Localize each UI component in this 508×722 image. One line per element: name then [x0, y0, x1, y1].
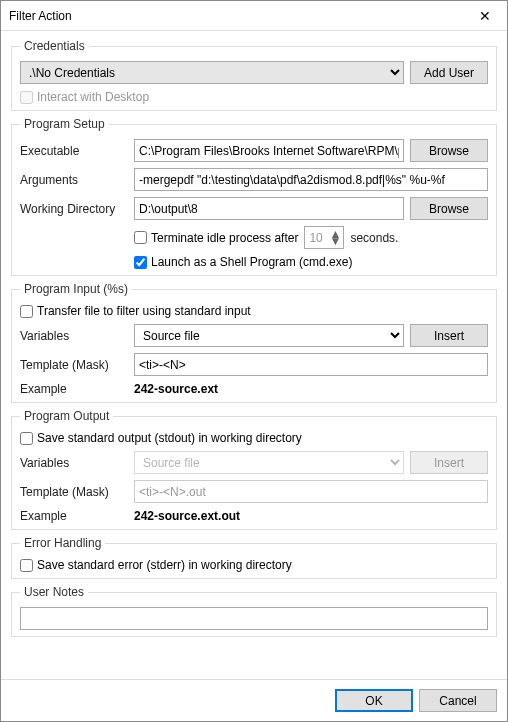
- output-variables-label: Variables: [20, 456, 128, 470]
- working-dir-label: Working Directory: [20, 202, 128, 216]
- titlebar: Filter Action ✕: [1, 1, 507, 31]
- save-stderr-checkbox[interactable]: Save standard error (stderr) in working …: [20, 558, 292, 572]
- input-template-label: Template (Mask): [20, 358, 128, 372]
- arguments-input[interactable]: [134, 168, 488, 191]
- add-user-button[interactable]: Add User: [410, 61, 488, 84]
- arguments-label: Arguments: [20, 173, 128, 187]
- credentials-legend: Credentials: [20, 39, 89, 53]
- save-stdout-label: Save standard output (stdout) in working…: [37, 431, 302, 445]
- program-input-legend: Program Input (%s): [20, 282, 132, 296]
- program-output-legend: Program Output: [20, 409, 113, 423]
- terminate-checkbox-input[interactable]: [134, 231, 147, 244]
- dialog-content: Credentials .\No Credentials Add User In…: [1, 31, 507, 679]
- input-variables-label: Variables: [20, 329, 128, 343]
- seconds-label: seconds.: [350, 231, 398, 245]
- output-template-input: [134, 480, 488, 503]
- terminate-label: Terminate idle process after: [151, 231, 298, 245]
- program-setup-legend: Program Setup: [20, 117, 109, 131]
- user-notes-legend: User Notes: [20, 585, 88, 599]
- interact-desktop-checkbox: Interact with Desktop: [20, 90, 149, 104]
- program-setup-group: Program Setup Executable Browse Argument…: [11, 117, 497, 276]
- cancel-button[interactable]: Cancel: [419, 689, 497, 712]
- program-output-group: Program Output Save standard output (std…: [11, 409, 497, 530]
- launch-shell-checkbox[interactable]: Launch as a Shell Program (cmd.exe): [134, 255, 352, 269]
- save-stdout-input[interactable]: [20, 432, 33, 445]
- save-stderr-input[interactable]: [20, 559, 33, 572]
- transfer-file-input[interactable]: [20, 305, 33, 318]
- window-title: Filter Action: [9, 9, 462, 23]
- executable-browse-button[interactable]: Browse: [410, 139, 488, 162]
- output-template-label: Template (Mask): [20, 485, 128, 499]
- input-template-input[interactable]: [134, 353, 488, 376]
- output-variables-select: Source file: [134, 451, 404, 474]
- dialog-footer: OK Cancel: [1, 679, 507, 721]
- terminate-checkbox[interactable]: Terminate idle process after: [134, 231, 298, 245]
- error-handling-legend: Error Handling: [20, 536, 105, 550]
- credentials-group: Credentials .\No Credentials Add User In…: [11, 39, 497, 111]
- terminate-seconds-spinner[interactable]: 10 ▲▼: [304, 226, 344, 249]
- input-example-value: 242-source.ext: [134, 382, 218, 396]
- executable-input[interactable]: [134, 139, 404, 162]
- terminate-seconds-value: 10: [309, 231, 322, 245]
- close-icon[interactable]: ✕: [462, 1, 507, 30]
- launch-shell-label: Launch as a Shell Program (cmd.exe): [151, 255, 352, 269]
- save-stderr-label: Save standard error (stderr) in working …: [37, 558, 292, 572]
- interact-desktop-label: Interact with Desktop: [37, 90, 149, 104]
- working-dir-input[interactable]: [134, 197, 404, 220]
- launch-shell-input[interactable]: [134, 256, 147, 269]
- working-dir-browse-button[interactable]: Browse: [410, 197, 488, 220]
- save-stdout-checkbox[interactable]: Save standard output (stdout) in working…: [20, 431, 302, 445]
- transfer-file-checkbox[interactable]: Transfer file to filter using standard i…: [20, 304, 251, 318]
- output-insert-button: Insert: [410, 451, 488, 474]
- user-notes-input[interactable]: [20, 607, 488, 630]
- spinner-arrows-icon[interactable]: ▲▼: [330, 231, 344, 245]
- credentials-select[interactable]: .\No Credentials: [20, 61, 404, 84]
- error-handling-group: Error Handling Save standard error (stde…: [11, 536, 497, 579]
- input-example-label: Example: [20, 382, 128, 396]
- ok-button[interactable]: OK: [335, 689, 413, 712]
- output-example-value: 242-source.ext.out: [134, 509, 240, 523]
- program-input-group: Program Input (%s) Transfer file to filt…: [11, 282, 497, 403]
- interact-desktop-input: [20, 91, 33, 104]
- input-variables-select[interactable]: Source file: [134, 324, 404, 347]
- input-insert-button[interactable]: Insert: [410, 324, 488, 347]
- executable-label: Executable: [20, 144, 128, 158]
- user-notes-group: User Notes: [11, 585, 497, 637]
- transfer-file-label: Transfer file to filter using standard i…: [37, 304, 251, 318]
- output-example-label: Example: [20, 509, 128, 523]
